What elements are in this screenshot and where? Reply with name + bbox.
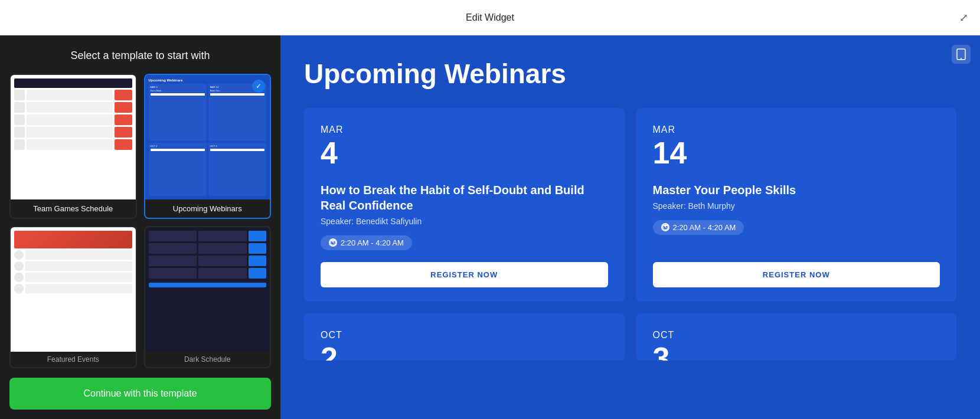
- header: Edit Widget ⤢: [0, 0, 980, 35]
- clock-icon-1: [661, 223, 669, 231]
- webinar-preview: Upcoming Webinars MAR 4 How to Break the…: [304, 59, 956, 361]
- webinar-cards-grid-bottom: OCT 2 OCT 3: [304, 313, 956, 361]
- webinar-card-partial-2: OCT 2: [304, 313, 625, 361]
- expand-icon[interactable]: ⤢: [959, 11, 968, 24]
- templates-grid: Team Games Schedule ✓ Upcoming Webinars …: [9, 74, 271, 368]
- svg-point-1: [961, 58, 962, 59]
- continue-button[interactable]: Continue with this template: [9, 378, 271, 410]
- template-label-3: Featured Events: [11, 352, 136, 367]
- template-label-1: Team Games Schedule: [11, 199, 136, 218]
- template-preview-1: [11, 75, 136, 199]
- template-label-4: Dark Schedule: [145, 352, 270, 367]
- template-card-team-games[interactable]: Team Games Schedule: [9, 74, 137, 219]
- webinar-card-1-title: Master Your People Skills: [653, 182, 940, 198]
- webinar-card-1-speaker: Speaker: Beth Murphy: [653, 201, 940, 211]
- webinar-card-2-month: OCT: [321, 330, 608, 341]
- panel-title: Select a template to start with: [9, 50, 271, 62]
- main-layout: Select a template to start with: [0, 35, 980, 419]
- webinar-card-0-time: 2:20 AM - 4:20 AM: [321, 235, 412, 250]
- template-card-featured-events[interactable]: Featured Events: [9, 226, 137, 368]
- webinar-card-0-month: MAR: [321, 125, 608, 135]
- webinar-card-0: MAR 4 How to Break the Habit of Self-Dou…: [304, 108, 625, 302]
- template-card-dark-schedule[interactable]: Dark Schedule: [144, 226, 272, 368]
- clock-icon-0: [329, 238, 337, 247]
- left-panel: Select a template to start with: [0, 35, 280, 419]
- webinar-card-3-day: 3: [653, 343, 940, 361]
- template-preview-2: Upcoming Webinars MAR 4 How to Break... …: [145, 75, 270, 199]
- webinar-card-1-time: 2:20 AM - 4:20 AM: [653, 220, 744, 235]
- template-preview-4: [145, 227, 270, 352]
- mobile-preview-icon[interactable]: [952, 45, 971, 64]
- webinar-main-title: Upcoming Webinars: [304, 59, 956, 89]
- right-panel: Upcoming Webinars MAR 4 How to Break the…: [280, 35, 980, 419]
- selected-check-icon: ✓: [252, 80, 265, 93]
- webinar-card-0-speaker: Speaker: Benedikt Safiyulin: [321, 217, 608, 226]
- template-label-2: Upcoming Webinars: [145, 199, 270, 218]
- webinar-card-1: MAR 14 Master Your People Skills Speaker…: [636, 108, 957, 302]
- webinar-card-1-month: MAR: [653, 125, 940, 135]
- webinar-card-1-day: 14: [653, 138, 940, 168]
- webinar-card-partial-3: OCT 3: [636, 313, 957, 361]
- template-card-upcoming-webinars[interactable]: ✓ Upcoming Webinars MAR 4 How to Break..…: [144, 74, 272, 219]
- webinar-card-1-time-text: 2:20 AM - 4:20 AM: [673, 223, 736, 232]
- register-button-0[interactable]: REGISTER NOW: [321, 262, 608, 287]
- header-title: Edit Widget: [466, 12, 514, 23]
- webinar-card-3-month: OCT: [653, 330, 940, 341]
- webinar-card-0-title: How to Break the Habit of Self-Doubt and…: [321, 182, 608, 213]
- template-preview-3: [11, 227, 136, 352]
- webinar-card-2-day: 2: [321, 343, 608, 361]
- register-button-1[interactable]: REGISTER NOW: [653, 262, 940, 287]
- webinar-card-0-day: 4: [321, 138, 608, 168]
- webinar-cards-grid: MAR 4 How to Break the Habit of Self-Dou…: [304, 108, 956, 302]
- webinar-card-0-time-text: 2:20 AM - 4:20 AM: [341, 238, 404, 247]
